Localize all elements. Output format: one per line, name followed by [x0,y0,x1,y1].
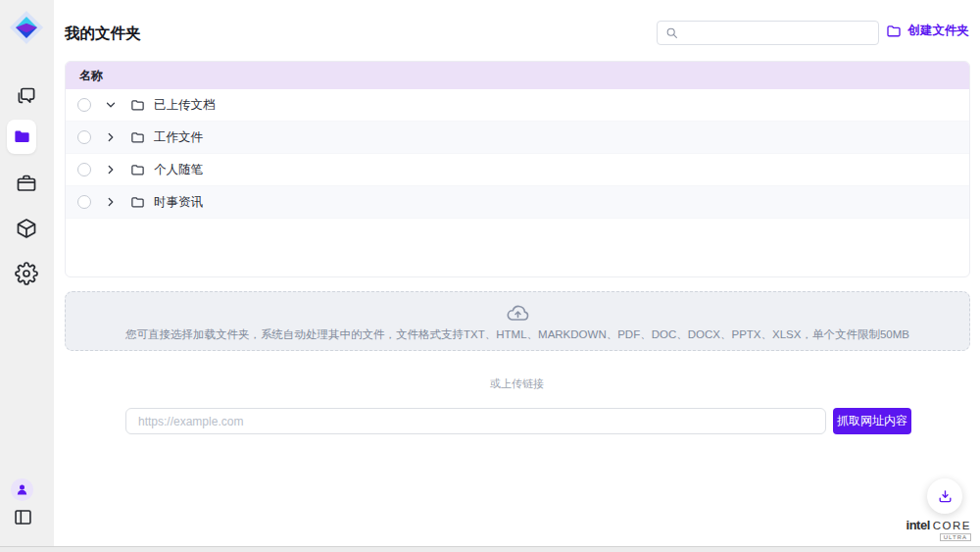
folder-table: 名称 已上传文档 工作文件 个人随笔 时事资讯 [65,61,970,277]
cloud-upload-icon [505,301,531,325]
folder-icon [130,98,145,113]
folder-icon [130,195,145,210]
app-logo-icon [8,9,45,46]
table-row[interactable]: 时事资讯 [66,186,969,219]
person-icon [15,482,29,497]
table-header-name: 名称 [66,62,969,89]
upload-dropzone[interactable]: 您可直接选择加载文件夹，系统自动处理其中的文件，文件格式支持TXT、HTML、M… [65,291,970,351]
download-icon [937,488,954,505]
folder-filled-icon [13,127,31,146]
search-box[interactable] [657,21,879,45]
folder-name: 工作文件 [154,129,203,146]
upload-hint: 您可直接选择加载文件夹，系统自动处理其中的文件，文件格式支持TXT、HTML、M… [125,327,909,342]
folder-icon [130,163,145,177]
folder-plus-icon [886,24,902,39]
row-checkbox[interactable] [77,195,91,209]
create-folder-label: 创建文件夹 [908,23,970,39]
core-wordmark: core [933,520,971,531]
sidebar [0,0,54,546]
gear-icon[interactable] [15,262,38,285]
create-folder-button[interactable]: 创建文件夹 [886,23,970,39]
ultra-badge: ultra [940,533,971,541]
table-row[interactable]: 已上传文档 [66,89,969,122]
row-checkbox[interactable] [77,163,91,176]
row-checkbox[interactable] [77,98,91,112]
app-window: 我的文件夹 创建文件夹 名称 已上传文档 工作文件 [0,0,980,552]
folder-name: 已上传文档 [154,97,216,114]
folder-name: 时事资讯 [154,194,203,211]
download-fab[interactable] [927,478,962,514]
row-checkbox[interactable] [77,130,91,144]
search-icon [665,26,678,39]
briefcase-icon[interactable] [15,172,38,195]
folder-name: 个人随笔 [154,162,203,178]
fetch-url-button[interactable]: 抓取网址内容 [833,408,911,434]
chat-icon[interactable] [15,84,38,108]
chevron-right-icon[interactable] [104,163,118,176]
collapse-sidebar-icon[interactable] [13,507,33,527]
page-title: 我的文件夹 [65,24,141,44]
url-input[interactable] [125,408,826,434]
sidebar-item-folders-active[interactable] [7,120,36,154]
table-row[interactable]: 工作文件 [66,122,969,154]
folder-icon [130,130,145,145]
cube-icon[interactable] [15,217,38,240]
chevron-right-icon[interactable] [104,195,118,209]
user-avatar[interactable] [11,478,33,501]
chevron-down-icon[interactable] [104,98,118,112]
intel-core-logo: intel core ultra [910,518,971,541]
intel-wordmark: intel [906,518,930,532]
window-bottom-edge [0,546,980,552]
or-upload-link-label: 或上传链接 [54,376,980,391]
chevron-right-icon[interactable] [104,130,118,144]
table-row[interactable]: 个人随笔 [66,154,969,186]
search-input[interactable] [678,26,878,40]
